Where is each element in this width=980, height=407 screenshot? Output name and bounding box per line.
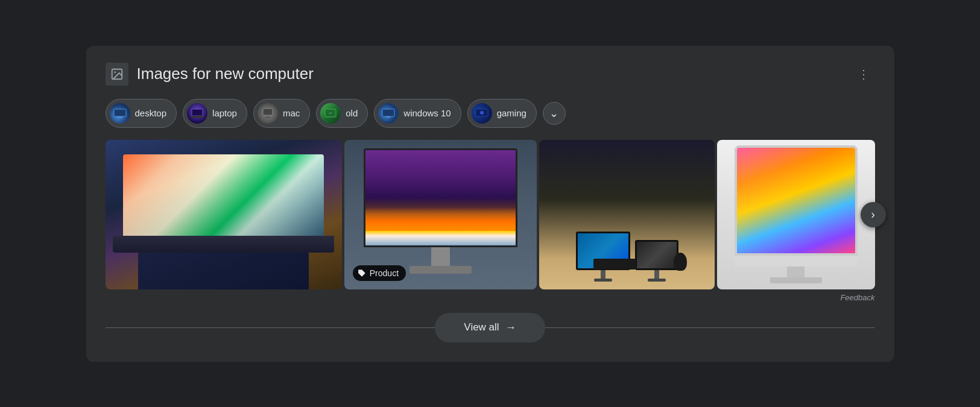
pill-mac[interactable]: mac xyxy=(253,99,310,128)
expand-pills-button[interactable]: ⌄ xyxy=(543,102,566,125)
win-base xyxy=(594,279,612,282)
card-header: Images for new computer ⋮ xyxy=(106,63,875,86)
desk-keyboard xyxy=(593,259,636,270)
pill-label-laptop: laptop xyxy=(212,108,237,118)
svg-point-15 xyxy=(480,111,484,115)
image-item-3[interactable] xyxy=(539,140,715,289)
svg-point-1 xyxy=(114,71,116,73)
monitor-stand xyxy=(431,247,450,266)
divider-left xyxy=(106,327,435,328)
product-badge: Product xyxy=(353,265,406,281)
image-placeholder-3 xyxy=(539,140,715,289)
chevron-down-icon: ⌄ xyxy=(549,107,558,120)
pill-desktop[interactable]: desktop xyxy=(106,99,177,128)
pill-thumb-gaming xyxy=(472,103,492,124)
image-item-1[interactable] xyxy=(106,140,342,289)
pill-label-mac: mac xyxy=(283,108,300,118)
imac-chin xyxy=(735,256,858,267)
pill-label-desktop: desktop xyxy=(135,108,167,118)
laptop-screen xyxy=(123,154,324,236)
more-options-button[interactable]: ⋮ xyxy=(853,63,875,85)
pill-thumb-windows10 xyxy=(378,103,399,124)
svg-text:→: → xyxy=(328,111,332,115)
next-button[interactable]: › xyxy=(861,202,886,227)
svg-rect-8 xyxy=(267,115,269,117)
laptop-base xyxy=(113,236,334,253)
imac-screen xyxy=(735,145,858,256)
pill-laptop[interactable]: laptop xyxy=(183,99,247,128)
image-placeholder-1 xyxy=(106,140,342,289)
pill-thumb-old: → xyxy=(320,103,341,124)
arrow-right-icon: → xyxy=(505,321,516,334)
image-placeholder-4 xyxy=(717,140,875,289)
svg-rect-13 xyxy=(387,116,390,118)
pill-windows10[interactable]: windows 10 xyxy=(374,99,461,128)
mac-screen xyxy=(635,240,678,270)
pill-label-old: old xyxy=(346,108,358,118)
mac-stand xyxy=(654,270,659,279)
divider-right xyxy=(545,327,875,328)
image-section-icon xyxy=(106,63,128,86)
imac-graphic xyxy=(735,145,858,283)
svg-rect-2 xyxy=(114,109,126,116)
pills-row: desktop laptop mac → old windows 10 xyxy=(106,99,875,128)
card-title: Images for new computer xyxy=(137,65,845,83)
image-item-2[interactable]: Product xyxy=(344,140,537,289)
pill-thumb-laptop xyxy=(187,103,207,124)
svg-rect-7 xyxy=(263,109,273,115)
monitor-graphic xyxy=(364,148,518,280)
feedback-link[interactable]: Feedback xyxy=(840,293,874,302)
pill-label-gaming: gaming xyxy=(497,108,526,118)
feedback-row: Feedback xyxy=(106,293,875,302)
imac-stand xyxy=(787,267,805,277)
laptop-graphic xyxy=(123,154,324,274)
pill-old[interactable]: → old xyxy=(316,99,368,128)
monitor-base xyxy=(409,266,471,274)
laptop-keyboard xyxy=(138,253,309,289)
images-row: Product xyxy=(106,140,875,289)
product-badge-label: Product xyxy=(370,268,399,278)
svg-rect-12 xyxy=(382,109,394,116)
image-item-4[interactable] xyxy=(717,140,875,289)
view-all-container: View all → xyxy=(106,313,875,342)
images-card: Images for new computer ⋮ desktop laptop… xyxy=(86,46,894,362)
pill-gaming[interactable]: gaming xyxy=(467,99,537,128)
imac-base xyxy=(770,277,822,283)
view-all-label: View all xyxy=(464,321,499,333)
mac-base xyxy=(648,279,666,282)
desk-monitor-1 xyxy=(576,232,630,282)
svg-rect-5 xyxy=(192,109,203,116)
svg-rect-6 xyxy=(191,116,204,118)
desk-monitor-2 xyxy=(635,240,678,282)
pill-label-windows10: windows 10 xyxy=(403,108,450,118)
desk-graphic xyxy=(548,147,706,282)
pill-thumb-mac xyxy=(258,103,278,124)
svg-rect-9 xyxy=(265,117,271,118)
desk-mouse xyxy=(674,253,687,271)
pill-thumb-desktop xyxy=(110,103,130,124)
tag-icon xyxy=(358,269,366,277)
view-all-button[interactable]: View all → xyxy=(435,313,545,342)
win-stand xyxy=(601,270,605,279)
monitor-screen xyxy=(364,148,518,247)
